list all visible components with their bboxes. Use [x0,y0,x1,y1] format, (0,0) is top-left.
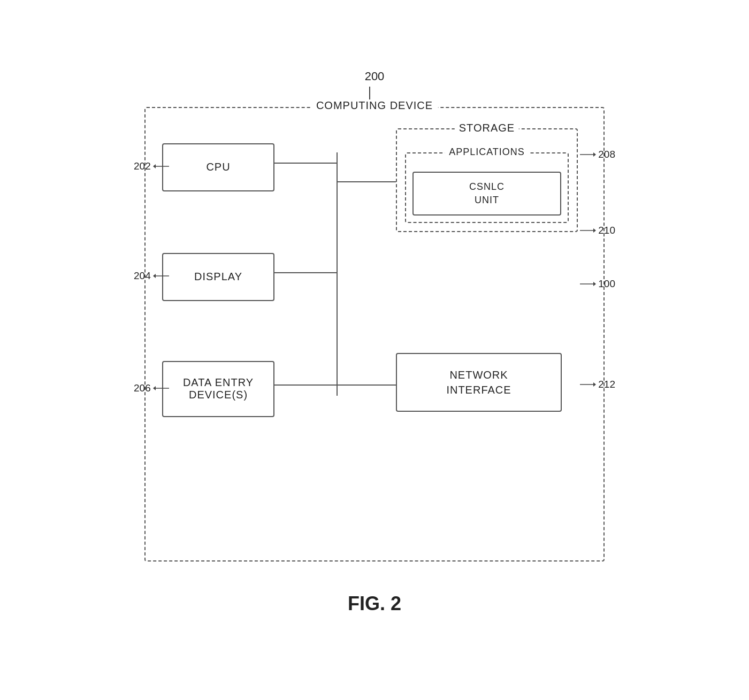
svg-marker-19 [593,382,596,387]
csnlc-box: CSNLCUNIT [412,172,561,216]
svg-marker-9 [153,274,156,278]
applications-title: APPLICATIONS [445,147,529,158]
ref-208: 208 [569,149,615,160]
ref-210-arrow [569,226,596,235]
network-interface-wrapper: NETWORKINTERFACE [396,353,562,412]
ref-202-arrow [153,161,180,171]
ref-212-number: 212 [598,379,615,390]
svg-marker-17 [593,282,596,286]
ref-202-number: 202 [134,160,151,172]
ref-100-arrow [569,279,596,289]
applications-box: APPLICATIONS CSNLCUNIT [405,152,569,223]
network-interface-label: NETWORKINTERFACE [446,367,511,397]
figure-caption: FIG. 2 [348,593,401,615]
ref-204: 204 [134,270,180,282]
ref-204-number: 204 [134,270,151,282]
ref-202: 202 [134,160,180,172]
ref-210: 210 [569,225,615,236]
ref-210-number: 210 [598,225,615,236]
ref-100: 100 [569,278,615,290]
svg-marker-13 [593,152,596,157]
ref-206: 206 [134,382,180,394]
ref-204-arrow [153,271,180,281]
ref-208-arrow [569,150,596,159]
cpu-label: CPU [206,161,230,173]
svg-marker-11 [153,386,156,390]
ref-208-number: 208 [598,149,615,160]
display-label: DISPLAY [194,271,242,283]
figure-reference-200: 200 [365,70,385,83]
ref-212: 212 [569,379,615,390]
storage-box: STORAGE APPLICATIONS CSNLCUNIT [396,128,578,232]
ref-212-arrow [569,380,596,389]
network-interface-box: NETWORKINTERFACE [396,353,562,412]
computing-device-title: COMPUTING DEVICE [311,99,438,112]
svg-marker-15 [593,228,596,233]
ref-100-number: 100 [598,278,615,290]
storage-title: STORAGE [455,122,519,134]
ref-206-number: 206 [134,382,151,394]
diagram-container: 200 COMPUTING DEVICE CPU DISPLAY [134,70,615,631]
svg-marker-7 [153,164,156,168]
ref-206-arrow [153,383,180,393]
data-entry-label: DATA ENTRYDEVICE(S) [183,376,254,401]
csnlc-label: CSNLCUNIT [469,181,505,205]
storage-wrapper: STORAGE APPLICATIONS CSNLCUNIT [396,128,578,232]
